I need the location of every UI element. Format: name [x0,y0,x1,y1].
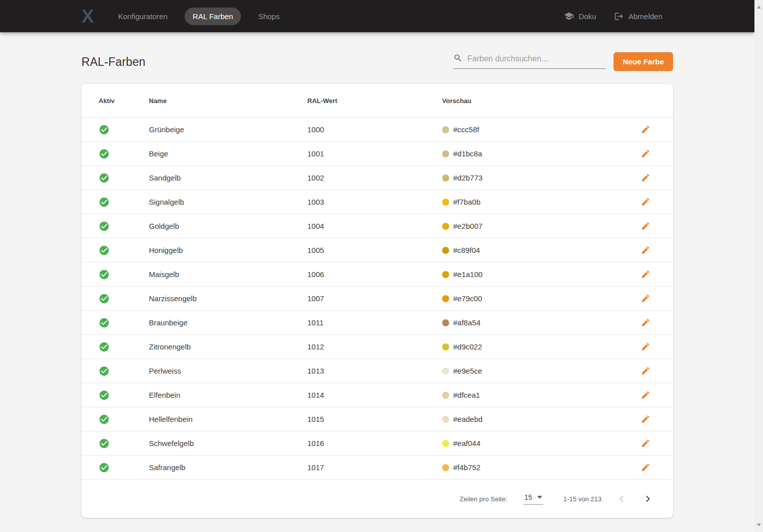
edit-button[interactable] [641,221,651,231]
color-hex: #c89f04 [453,246,480,254]
edit-cell [631,270,661,280]
color-hex: #d1bc8a [453,149,482,158]
preview-cell: #f4b752 [442,463,631,472]
scrollbar[interactable] [754,0,763,532]
color-name: Signalgelb [149,198,307,206]
colors-table-card: Aktiv Name RAL-Wert Vorschau Grünbeige [81,84,673,518]
ral-value: 1003 [307,198,442,206]
active-check-icon [99,341,110,352]
active-cell [99,245,149,256]
column-header-aktiv: Aktiv [99,97,149,105]
color-swatch [442,440,449,447]
color-name: Beige [149,149,307,158]
edit-cell [631,221,661,231]
ral-value: 1013 [307,367,442,375]
table-row: Grünbeige 1000 #ccc58f [81,118,673,142]
table-row: Beige 1001 #d1bc8a [81,142,673,166]
app-viewport: X Konfiguratoren RAL Farben Shops Doku A… [0,0,763,532]
app-logo[interactable]: X [81,7,93,26]
color-hex: #ccc58f [453,125,479,134]
nav-shops[interactable]: Shops [250,8,288,25]
active-cell [99,366,149,377]
doku-label: Doku [578,12,596,21]
prev-page-button[interactable] [616,493,628,505]
nav-konfiguratoren[interactable]: Konfiguratoren [110,8,176,25]
edit-cell [631,366,661,376]
edit-button[interactable] [641,245,651,255]
active-check-icon [99,366,110,377]
edit-cell [631,125,661,135]
preview-cell: #e1a100 [442,270,631,279]
nav-ral-farben[interactable]: RAL Farben [185,8,241,25]
scroll-down-arrow-icon[interactable] [757,523,761,526]
active-cell [99,148,149,159]
column-header-name: Name [149,97,307,105]
active-check-icon [99,197,110,208]
search-input[interactable] [467,54,606,63]
active-check-icon [99,462,110,473]
ral-value: 1000 [307,125,442,134]
table-row: Narzissengelb 1007 #e79c00 [81,287,673,311]
active-check-icon [99,124,110,135]
color-name: Sandgelb [149,173,307,182]
color-name: Hellelfenbein [149,415,307,423]
table-row: Zitronengelb 1012 #d9c022 [81,335,673,359]
color-hex: #eadebd [453,415,482,423]
color-name: Braunbeige [149,318,307,327]
active-check-icon [99,269,110,280]
edit-button[interactable] [641,438,651,449]
edit-button[interactable] [641,414,651,424]
color-swatch [442,319,449,326]
new-color-button[interactable]: Neue Farbe [614,52,673,71]
active-cell [99,438,149,449]
edit-button[interactable] [641,366,651,376]
table-row: Perlweiss 1013 #e9e5ce [81,359,673,383]
rows-per-page-select[interactable]: 15 [524,493,544,505]
next-page-button[interactable] [642,493,654,505]
edit-button[interactable] [641,173,651,183]
table-row: Safrangelb 1017 #f4b752 [81,456,673,480]
preview-cell: #eaf044 [442,439,631,448]
edit-cell [631,149,661,159]
color-name: Elfenbein [149,391,307,399]
edit-button[interactable] [641,149,651,159]
edit-cell [631,294,661,304]
edit-button[interactable] [641,197,651,207]
color-hex: #e2b007 [453,222,482,230]
active-cell [99,172,149,184]
color-swatch [442,464,449,471]
search-field [453,53,606,69]
preview-cell: #ccc58f [442,125,631,134]
doku-link[interactable]: Doku [564,11,596,21]
active-check-icon [99,317,110,328]
color-name: Grünbeige [149,125,307,134]
table-row: Sandgelb 1002 #d2b773 [81,166,673,190]
active-cell [99,269,149,280]
edit-button[interactable] [641,390,651,400]
edit-button[interactable] [641,463,651,473]
color-hex: #dfcea1 [453,391,480,399]
color-swatch [442,368,449,375]
edit-button[interactable] [641,342,651,352]
logout-icon [614,12,624,21]
color-hex: #af8a54 [453,318,480,327]
color-name: Narzissengelb [149,294,307,303]
preview-cell: #e9e5ce [442,367,631,375]
edit-button[interactable] [641,270,651,280]
edit-cell [631,342,661,352]
ral-value: 1016 [307,439,442,448]
color-name: Perlweiss [149,367,307,375]
edit-button[interactable] [641,318,651,328]
ral-value: 1014 [307,391,442,399]
color-hex: #f4b752 [453,463,480,472]
edit-button[interactable] [641,294,651,304]
abmelden-link[interactable]: Abmelden [614,12,662,21]
color-swatch [442,416,449,423]
scroll-up-arrow-icon[interactable] [757,6,761,9]
edit-button[interactable] [641,125,651,135]
table-row: Braunbeige 1011 #af8a54 [81,311,673,335]
active-cell [99,462,149,473]
preview-cell: #eadebd [442,415,631,423]
color-swatch [442,223,449,230]
active-cell [99,221,149,232]
